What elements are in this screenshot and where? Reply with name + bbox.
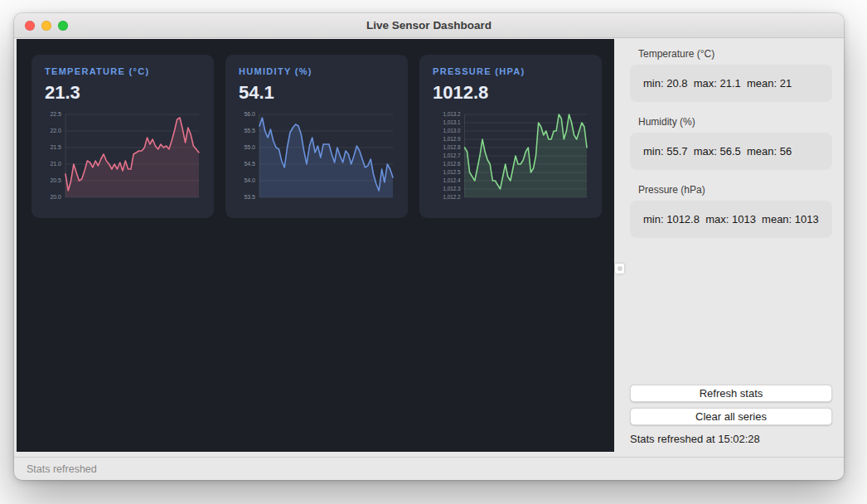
- temperature-stats-label: Temperature (°C): [638, 48, 832, 60]
- humidity-card-value: 54.1: [239, 82, 395, 104]
- status-bar-text: Stats refreshed: [27, 463, 97, 475]
- pressure-stats-box: min: 1012.8 max: 1013 mean: 1013: [630, 201, 832, 238]
- temperature-chart: 22.522.021.521.020.520.0: [45, 109, 201, 206]
- traffic-lights: [25, 13, 68, 37]
- svg-text:1,012.5: 1,012.5: [443, 169, 461, 175]
- app-window: Live Sensor Dashboard TEMPERATURE (°C) 2…: [14, 13, 844, 480]
- content-area: TEMPERATURE (°C) 21.3 22.522.021.521.020…: [14, 38, 844, 457]
- sidebar-buttons: Refresh stats Clear all series: [630, 385, 832, 425]
- humidity-chart-container: 56.055.555.054.554.053.5: [239, 109, 395, 206]
- svg-text:53.5: 53.5: [244, 194, 255, 200]
- svg-text:1,012.2: 1,012.2: [443, 194, 461, 200]
- svg-text:1,013.2: 1,013.2: [443, 111, 461, 117]
- stats-refreshed-timestamp: Stats refreshed at 15:02:28: [630, 433, 832, 445]
- pressure-chart: 1,013.21,013.11,013.01,012.91,012.81,012…: [433, 109, 588, 206]
- svg-text:54.0: 54.0: [244, 177, 255, 183]
- svg-text:54.5: 54.5: [244, 161, 255, 167]
- status-bar: Stats refreshed: [14, 457, 844, 480]
- pressure-chart-container: 1,013.21,013.11,013.01,012.91,012.81,012…: [433, 109, 588, 206]
- temperature-chart-container: 22.522.021.521.020.520.0: [45, 109, 201, 206]
- temperature-card: TEMPERATURE (°C) 21.3 22.522.021.521.020…: [31, 55, 214, 218]
- svg-text:21.5: 21.5: [50, 144, 61, 150]
- svg-text:1,012.8: 1,012.8: [443, 144, 461, 150]
- svg-text:20.0: 20.0: [50, 194, 61, 200]
- svg-text:1,012.6: 1,012.6: [443, 161, 461, 167]
- temperature-card-value: 21.3: [45, 82, 201, 104]
- zoom-button-icon[interactable]: [58, 21, 68, 31]
- svg-text:55.5: 55.5: [244, 128, 255, 133]
- svg-text:1,012.4: 1,012.4: [443, 177, 461, 183]
- sensor-cards: TEMPERATURE (°C) 21.3 22.522.021.521.020…: [31, 55, 614, 218]
- svg-text:1,012.3: 1,012.3: [443, 186, 461, 191]
- close-button-icon[interactable]: [25, 21, 35, 31]
- humidity-card: HUMIDITY (%) 54.1 56.055.555.054.554.053…: [225, 55, 408, 218]
- humidity-card-label: HUMIDITY (%): [239, 66, 395, 76]
- humidity-chart: 56.055.555.054.554.053.5: [239, 109, 395, 206]
- svg-text:22.5: 22.5: [50, 111, 61, 117]
- svg-text:1,013.1: 1,013.1: [443, 119, 461, 125]
- svg-text:20.5: 20.5: [50, 177, 61, 183]
- svg-text:1,012.7: 1,012.7: [443, 153, 461, 158]
- titlebar: Live Sensor Dashboard: [14, 13, 844, 38]
- pressure-card: PRESSURE (HPA) 1012.8 1,013.21,013.11,01…: [419, 55, 602, 218]
- refresh-stats-button[interactable]: Refresh stats: [630, 385, 832, 402]
- clear-all-series-button[interactable]: Clear all series: [630, 408, 832, 425]
- pressure-stats-label: Pressure (hPa): [638, 184, 832, 196]
- svg-text:21.0: 21.0: [50, 161, 61, 167]
- window-title: Live Sensor Dashboard: [366, 19, 492, 32]
- dashboard-panel: TEMPERATURE (°C) 21.3 22.522.021.521.020…: [17, 39, 614, 452]
- minimize-button-icon[interactable]: [41, 21, 51, 31]
- svg-text:1,012.9: 1,012.9: [443, 136, 461, 142]
- temperature-stats-box: min: 20.8 max: 21.1 mean: 21: [630, 65, 832, 102]
- svg-text:22.0: 22.0: [50, 128, 61, 133]
- svg-text:56.0: 56.0: [244, 111, 255, 117]
- humidity-stats-box: min: 55.7 max: 56.5 mean: 56: [630, 133, 832, 170]
- svg-text:1,013.0: 1,013.0: [443, 128, 461, 133]
- svg-text:55.0: 55.0: [244, 144, 255, 150]
- stats-sidebar: Temperature (°C) min: 20.8 max: 21.1 mea…: [614, 38, 844, 457]
- humidity-stats-label: Humidity (%): [638, 116, 832, 128]
- pressure-card-label: PRESSURE (HPA): [433, 66, 588, 76]
- pressure-card-value: 1012.8: [433, 82, 588, 104]
- temperature-card-label: TEMPERATURE (°C): [45, 66, 201, 76]
